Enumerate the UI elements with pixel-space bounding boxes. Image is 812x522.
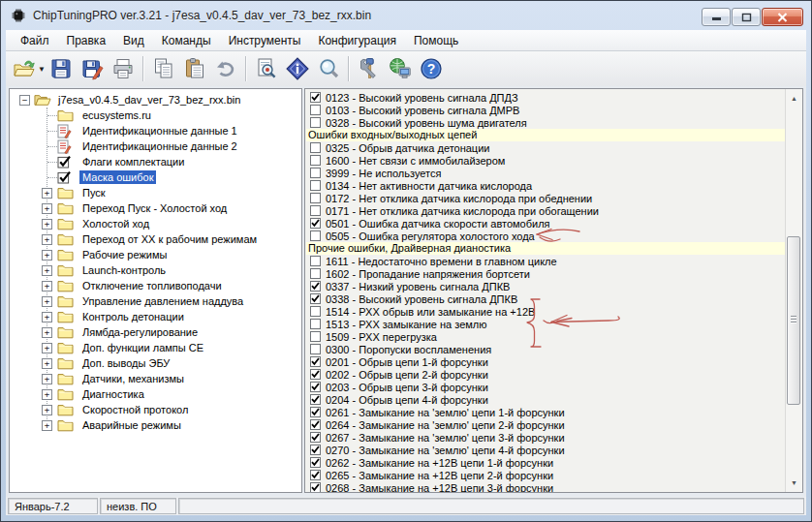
checkbox-checked[interactable] — [310, 281, 321, 292]
expander-plus-icon[interactable]: + — [42, 389, 52, 400]
checkbox-unchecked[interactable] — [310, 193, 321, 203]
checkbox-unchecked[interactable] — [310, 306, 321, 317]
tree-item-3[interactable]: Идентификационные данные 2 — [10, 138, 301, 154]
expander-plus-icon[interactable]: + — [42, 405, 52, 415]
error-row-0328[interactable]: 0328 - Высокий уровень шума двигателя — [306, 116, 785, 129]
print-button[interactable] — [108, 54, 139, 83]
checkbox-unchecked[interactable] — [310, 268, 321, 279]
expander-plus-icon[interactable]: + — [42, 250, 52, 261]
expander-plus-icon[interactable]: + — [42, 358, 52, 369]
error-row-0265[interactable]: 0265 - Замыкание на +12В цепи 2-й форсун… — [306, 469, 785, 481]
error-row-0325[interactable]: 0325 - Обрыв датчика детонации — [306, 141, 785, 154]
paste-button[interactable] — [179, 54, 210, 83]
tree-item-15[interactable]: +Лямбда-регулирование — [10, 324, 301, 340]
checkbox-unchecked[interactable] — [310, 319, 321, 329]
tree-item-13[interactable]: +Управление давлением наддува — [10, 293, 301, 309]
expander-plus-icon[interactable]: + — [42, 420, 52, 431]
error-row-1509[interactable]: 1509 - РХХ перегрузка — [306, 330, 785, 343]
checkbox-unchecked[interactable] — [310, 155, 321, 166]
expander-plus-icon[interactable]: + — [42, 219, 52, 230]
minimize-button[interactable] — [702, 8, 731, 26]
checkbox-checked[interactable] — [310, 293, 321, 304]
error-row-0337[interactable]: 0337 - Низкий уровень сигнала ДПКВ — [306, 280, 785, 292]
expander-plus-icon[interactable]: + — [42, 343, 52, 353]
menu-item-0[interactable]: Файл — [12, 31, 58, 50]
scrollbar-thumb[interactable] — [787, 236, 800, 405]
expander-minus-icon[interactable]: − — [19, 95, 30, 106]
checkbox-unchecked[interactable] — [310, 168, 321, 178]
checkbox-unchecked[interactable] — [310, 142, 321, 153]
error-row-0262[interactable]: 0262 - Замыкание на +12В цепи 1-й форсун… — [306, 456, 785, 469]
checkbox-checked[interactable] — [310, 457, 321, 468]
undo-button[interactable] — [210, 54, 241, 83]
restore-button[interactable] — [732, 8, 761, 26]
error-row-1600[interactable]: 1600 - Нет связи с иммобилайзером — [306, 154, 785, 167]
menu-item-6[interactable]: Помощь — [405, 31, 467, 50]
checkbox-unchecked[interactable] — [310, 180, 321, 191]
checkbox-unchecked[interactable] — [310, 205, 321, 216]
error-row-0204[interactable]: 0204 - Обрыв цепи 4-й форсунки — [306, 393, 785, 406]
tree-item-6[interactable]: +Пуск — [10, 185, 301, 200]
checkbox-unchecked[interactable] — [310, 256, 321, 266]
error-row-0123[interactable]: 0123 - Высокий уровень сигнала ДПДЗ — [306, 91, 785, 104]
checkbox-checked[interactable] — [310, 407, 321, 417]
tree-item-5[interactable]: Маска ошибок — [10, 169, 301, 185]
error-row-0202[interactable]: 0202 - Обрыв цепи 2-й форсунки — [306, 368, 785, 381]
title-bar[interactable]: ChipTuningPRO ver.3.21 - j7esa_v0.4.5_da… — [1, 1, 811, 30]
tools-button[interactable] — [354, 54, 385, 83]
menu-item-3[interactable]: Команды — [153, 31, 220, 50]
search-button[interactable] — [313, 54, 344, 83]
error-row-0172[interactable]: 0172 - Нет отклика датчика кислорода при… — [306, 192, 785, 204]
checkbox-checked[interactable] — [310, 419, 321, 430]
tree-item-14[interactable]: +Контроль детонации — [10, 309, 301, 324]
error-row-0261[interactable]: 0261 - Замыкание на 'землю' цепи 1-й фор… — [306, 406, 785, 418]
error-row-0103[interactable]: 0103 - Высокий уровень сигнала ДМРВ — [306, 104, 785, 116]
close-button[interactable] — [762, 8, 803, 26]
tree-item-8[interactable]: +Холостой ход — [10, 216, 301, 231]
open-file-button[interactable]: ▼ — [12, 54, 46, 83]
tree-item-10[interactable]: +Рабочие режимы — [10, 247, 301, 262]
error-row-1513[interactable]: 1513 - РХХ замыкание на землю — [306, 318, 785, 330]
checkbox-checked[interactable] — [310, 218, 321, 229]
error-row-1514[interactable]: 1514 - РХХ обрыв или замыкание на +12В — [306, 305, 785, 318]
checkbox-unchecked[interactable] — [310, 230, 321, 241]
expander-plus-icon[interactable]: + — [42, 312, 52, 322]
error-row-0501[interactable]: 0501 - Ошибка датчика скорости автомобил… — [306, 217, 785, 230]
tree-item-4[interactable]: Флаги комплектации — [10, 154, 301, 169]
chip-icon[interactable] — [11, 8, 26, 23]
tree-item-1[interactable]: ecusystems.ru — [10, 107, 301, 123]
expander-plus-icon[interactable]: + — [42, 203, 52, 214]
checkbox-checked[interactable] — [310, 356, 321, 367]
checkbox-unchecked[interactable] — [310, 117, 321, 128]
error-row-0267[interactable]: 0267 - Замыкание на 'землю' цепи 3-й фор… — [306, 431, 785, 444]
checkbox-checked[interactable] — [310, 470, 321, 480]
expander-plus-icon[interactable]: + — [42, 234, 52, 245]
copy-button[interactable] — [148, 54, 179, 83]
checkbox-unchecked[interactable] — [310, 331, 321, 342]
error-row-0203[interactable]: 0203 - Обрыв цепи 3-й форсунки — [306, 381, 785, 393]
save-button[interactable] — [46, 54, 77, 83]
checkbox-checked[interactable] — [310, 445, 321, 455]
menu-item-2[interactable]: Вид — [114, 31, 153, 50]
error-row-0201[interactable]: 0201 - Обрыв цепи 1-й форсунки — [306, 355, 785, 368]
expander-plus-icon[interactable]: + — [42, 296, 52, 307]
checkbox-unchecked[interactable] — [310, 344, 321, 354]
expander-plus-icon[interactable]: + — [42, 374, 52, 384]
checkbox-checked[interactable] — [310, 382, 321, 392]
menu-item-4[interactable]: Инструменты — [220, 31, 310, 50]
scroll-down-arrow-icon[interactable]: ▼ — [786, 476, 802, 490]
dropdown-arrow-icon[interactable]: ▼ — [38, 65, 46, 74]
tree-item-20[interactable]: +Скоростной протокол — [10, 402, 301, 417]
scroll-up-arrow-icon[interactable]: ▲ — [786, 91, 802, 106]
error-row-0134[interactable]: 0134 - Нет активности датчика кислорода — [306, 179, 785, 192]
tree-item-16[interactable]: +Доп. функции лампы CE — [10, 340, 301, 355]
network-button[interactable] — [385, 54, 416, 83]
checkbox-checked[interactable] — [310, 432, 321, 443]
tree-item-9[interactable]: +Переход от ХХ к рабочим режимам — [10, 231, 301, 247]
tree-item-21[interactable]: +Аварийные режимы — [10, 417, 301, 433]
info-button[interactable] — [282, 54, 313, 83]
tree-item-17[interactable]: +Доп. выводы ЭБУ — [10, 355, 301, 371]
error-row-0268[interactable]: 0268 - Замыкание на +12В цепи 3-й форсун… — [306, 481, 785, 493]
checkbox-unchecked[interactable] — [310, 105, 321, 115]
error-row-0300[interactable]: 0300 - Поропуски воспламенения — [306, 343, 785, 355]
